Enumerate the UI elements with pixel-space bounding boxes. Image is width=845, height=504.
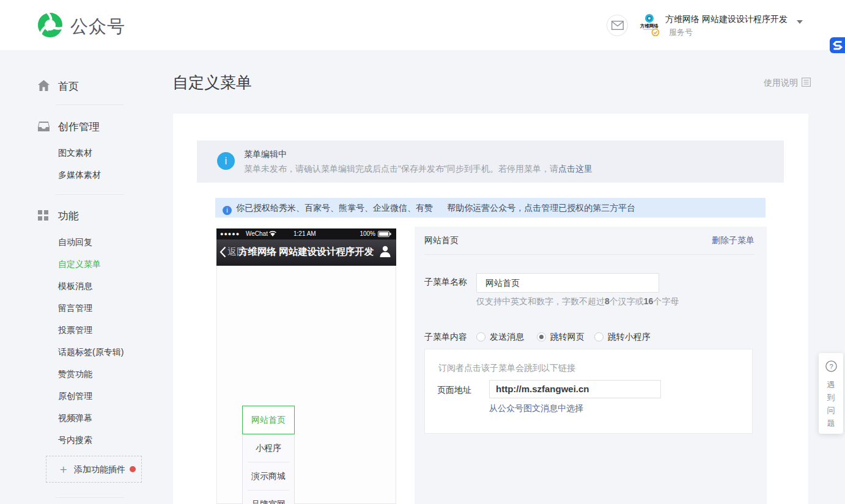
svg-text:方维网络: 方维网络 bbox=[640, 23, 659, 29]
svg-text:?: ? bbox=[829, 363, 833, 370]
